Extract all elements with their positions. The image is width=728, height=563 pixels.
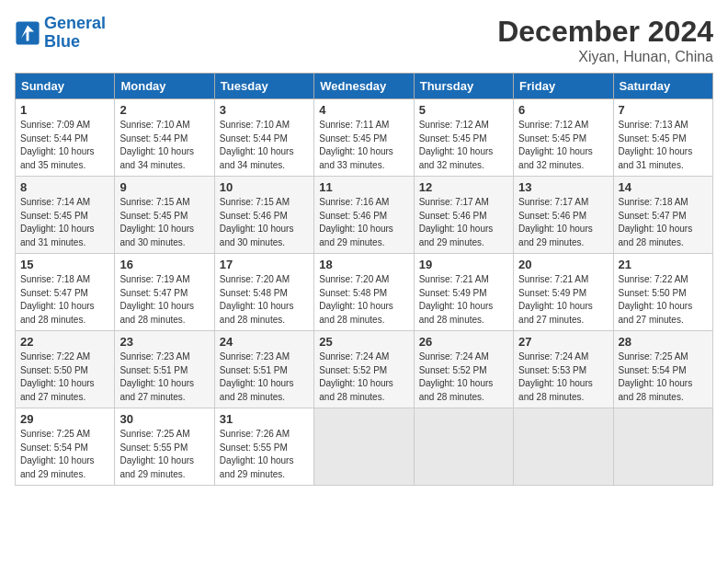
day-cell: 14Sunrise: 7:18 AMSunset: 5:47 PMDayligh… bbox=[613, 177, 712, 254]
logo-line2: Blue bbox=[44, 32, 80, 51]
day-number: 7 bbox=[619, 103, 708, 117]
day-number: 6 bbox=[518, 103, 608, 117]
day-info: Sunrise: 7:25 AMSunset: 5:54 PMDaylight:… bbox=[20, 428, 109, 481]
day-cell: 31Sunrise: 7:26 AMSunset: 5:55 PMDayligh… bbox=[214, 408, 313, 486]
day-number: 29 bbox=[20, 412, 109, 426]
day-cell: 18Sunrise: 7:20 AMSunset: 5:48 PMDayligh… bbox=[314, 254, 414, 331]
day-info: Sunrise: 7:22 AMSunset: 5:50 PMDaylight:… bbox=[20, 350, 109, 404]
day-cell: 27Sunrise: 7:24 AMSunset: 5:53 PMDayligh… bbox=[514, 331, 613, 408]
day-info: Sunrise: 7:19 AMSunset: 5:47 PMDaylight:… bbox=[119, 273, 209, 327]
day-info: Sunrise: 7:24 AMSunset: 5:52 PMDaylight:… bbox=[319, 350, 408, 404]
day-info: Sunrise: 7:12 AMSunset: 5:45 PMDaylight:… bbox=[419, 119, 508, 172]
day-cell: 1Sunrise: 7:09 AMSunset: 5:44 PMDaylight… bbox=[16, 99, 115, 177]
day-cell: 26Sunrise: 7:24 AMSunset: 5:52 PMDayligh… bbox=[414, 331, 513, 408]
logo-text: General Blue bbox=[44, 15, 106, 52]
day-info: Sunrise: 7:11 AMSunset: 5:45 PMDaylight:… bbox=[319, 119, 408, 172]
day-cell: 6Sunrise: 7:12 AMSunset: 5:45 PMDaylight… bbox=[514, 99, 613, 177]
weekday-tuesday: Tuesday bbox=[214, 74, 313, 99]
calendar-subtitle: Xiyan, Hunan, China bbox=[497, 49, 713, 65]
weekday-thursday: Thursday bbox=[414, 74, 513, 99]
day-number: 24 bbox=[220, 335, 309, 349]
weekday-friday: Friday bbox=[514, 74, 613, 99]
day-cell: 15Sunrise: 7:18 AMSunset: 5:47 PMDayligh… bbox=[16, 254, 115, 331]
day-info: Sunrise: 7:15 AMSunset: 5:45 PMDaylight:… bbox=[119, 196, 209, 249]
day-cell: 5Sunrise: 7:12 AMSunset: 5:45 PMDaylight… bbox=[414, 99, 513, 177]
logo: General Blue bbox=[15, 15, 106, 52]
week-row-1: 1Sunrise: 7:09 AMSunset: 5:44 PMDaylight… bbox=[16, 99, 713, 177]
weekday-saturday: Saturday bbox=[613, 74, 712, 99]
day-number: 5 bbox=[419, 103, 508, 117]
logo-line1: General bbox=[44, 14, 106, 32]
day-cell: 10Sunrise: 7:15 AMSunset: 5:46 PMDayligh… bbox=[214, 177, 313, 254]
day-number: 23 bbox=[119, 335, 209, 349]
day-number: 27 bbox=[518, 335, 608, 349]
week-row-4: 22Sunrise: 7:22 AMSunset: 5:50 PMDayligh… bbox=[16, 331, 713, 408]
day-info: Sunrise: 7:18 AMSunset: 5:47 PMDaylight:… bbox=[619, 196, 708, 249]
calendar-body: 1Sunrise: 7:09 AMSunset: 5:44 PMDaylight… bbox=[16, 99, 713, 486]
day-cell bbox=[514, 408, 613, 486]
calendar-title: December 2024 bbox=[497, 15, 713, 49]
day-cell: 25Sunrise: 7:24 AMSunset: 5:52 PMDayligh… bbox=[314, 331, 414, 408]
day-info: Sunrise: 7:21 AMSunset: 5:49 PMDaylight:… bbox=[419, 273, 508, 327]
day-number: 25 bbox=[319, 335, 408, 349]
title-block: December 2024 Xiyan, Hunan, China bbox=[497, 15, 713, 65]
day-cell: 20Sunrise: 7:21 AMSunset: 5:49 PMDayligh… bbox=[514, 254, 613, 331]
day-info: Sunrise: 7:26 AMSunset: 5:55 PMDaylight:… bbox=[220, 428, 309, 481]
day-cell: 8Sunrise: 7:14 AMSunset: 5:45 PMDaylight… bbox=[16, 177, 115, 254]
day-info: Sunrise: 7:13 AMSunset: 5:45 PMDaylight:… bbox=[619, 119, 708, 172]
day-info: Sunrise: 7:10 AMSunset: 5:44 PMDaylight:… bbox=[119, 119, 209, 172]
day-info: Sunrise: 7:25 AMSunset: 5:54 PMDaylight:… bbox=[619, 350, 708, 404]
day-cell: 12Sunrise: 7:17 AMSunset: 5:46 PMDayligh… bbox=[414, 177, 513, 254]
day-number: 26 bbox=[419, 335, 508, 349]
day-info: Sunrise: 7:23 AMSunset: 5:51 PMDaylight:… bbox=[220, 350, 309, 404]
day-cell: 11Sunrise: 7:16 AMSunset: 5:46 PMDayligh… bbox=[314, 177, 414, 254]
day-cell: 21Sunrise: 7:22 AMSunset: 5:50 PMDayligh… bbox=[613, 254, 712, 331]
day-cell: 24Sunrise: 7:23 AMSunset: 5:51 PMDayligh… bbox=[214, 331, 313, 408]
day-info: Sunrise: 7:12 AMSunset: 5:45 PMDaylight:… bbox=[518, 119, 608, 172]
day-cell: 30Sunrise: 7:25 AMSunset: 5:55 PMDayligh… bbox=[115, 408, 214, 486]
day-number: 15 bbox=[20, 258, 109, 271]
day-info: Sunrise: 7:25 AMSunset: 5:55 PMDaylight:… bbox=[119, 428, 209, 481]
day-number: 9 bbox=[119, 180, 209, 194]
day-info: Sunrise: 7:21 AMSunset: 5:49 PMDaylight:… bbox=[518, 273, 608, 327]
day-cell bbox=[314, 408, 414, 486]
day-cell: 28Sunrise: 7:25 AMSunset: 5:54 PMDayligh… bbox=[613, 331, 712, 408]
day-cell: 16Sunrise: 7:19 AMSunset: 5:47 PMDayligh… bbox=[115, 254, 214, 331]
calendar-table: SundayMondayTuesdayWednesdayThursdayFrid… bbox=[15, 73, 713, 486]
day-cell bbox=[613, 408, 712, 486]
day-info: Sunrise: 7:10 AMSunset: 5:44 PMDaylight:… bbox=[220, 119, 309, 172]
weekday-sunday: Sunday bbox=[16, 74, 115, 99]
day-number: 21 bbox=[619, 258, 708, 271]
day-info: Sunrise: 7:24 AMSunset: 5:53 PMDaylight:… bbox=[518, 350, 608, 404]
day-cell: 3Sunrise: 7:10 AMSunset: 5:44 PMDaylight… bbox=[214, 99, 313, 177]
day-number: 1 bbox=[20, 103, 109, 117]
day-number: 2 bbox=[119, 103, 209, 117]
day-cell: 29Sunrise: 7:25 AMSunset: 5:54 PMDayligh… bbox=[16, 408, 115, 486]
day-info: Sunrise: 7:22 AMSunset: 5:50 PMDaylight:… bbox=[619, 273, 708, 327]
day-info: Sunrise: 7:15 AMSunset: 5:46 PMDaylight:… bbox=[220, 196, 309, 249]
day-cell: 22Sunrise: 7:22 AMSunset: 5:50 PMDayligh… bbox=[16, 331, 115, 408]
day-info: Sunrise: 7:17 AMSunset: 5:46 PMDaylight:… bbox=[419, 196, 508, 249]
day-cell: 17Sunrise: 7:20 AMSunset: 5:48 PMDayligh… bbox=[214, 254, 313, 331]
day-cell: 9Sunrise: 7:15 AMSunset: 5:45 PMDaylight… bbox=[115, 177, 214, 254]
week-row-2: 8Sunrise: 7:14 AMSunset: 5:45 PMDaylight… bbox=[16, 177, 713, 254]
day-number: 19 bbox=[419, 258, 508, 271]
day-info: Sunrise: 7:18 AMSunset: 5:47 PMDaylight:… bbox=[20, 273, 109, 327]
calendar-header: General Blue December 2024 Xiyan, Hunan,… bbox=[15, 15, 713, 65]
day-number: 17 bbox=[220, 258, 309, 271]
day-cell: 4Sunrise: 7:11 AMSunset: 5:45 PMDaylight… bbox=[314, 99, 414, 177]
day-info: Sunrise: 7:24 AMSunset: 5:52 PMDaylight:… bbox=[419, 350, 508, 404]
day-number: 11 bbox=[319, 180, 408, 194]
logo-icon bbox=[15, 20, 40, 46]
day-number: 14 bbox=[619, 180, 708, 194]
day-cell: 13Sunrise: 7:17 AMSunset: 5:46 PMDayligh… bbox=[514, 177, 613, 254]
day-number: 4 bbox=[319, 103, 408, 117]
day-number: 13 bbox=[518, 180, 608, 194]
day-info: Sunrise: 7:17 AMSunset: 5:46 PMDaylight:… bbox=[518, 196, 608, 249]
day-info: Sunrise: 7:23 AMSunset: 5:51 PMDaylight:… bbox=[119, 350, 209, 404]
day-number: 12 bbox=[419, 180, 508, 194]
day-number: 8 bbox=[20, 180, 109, 194]
day-info: Sunrise: 7:16 AMSunset: 5:46 PMDaylight:… bbox=[319, 196, 408, 249]
weekday-monday: Monday bbox=[115, 74, 214, 99]
weekday-wednesday: Wednesday bbox=[314, 74, 414, 99]
